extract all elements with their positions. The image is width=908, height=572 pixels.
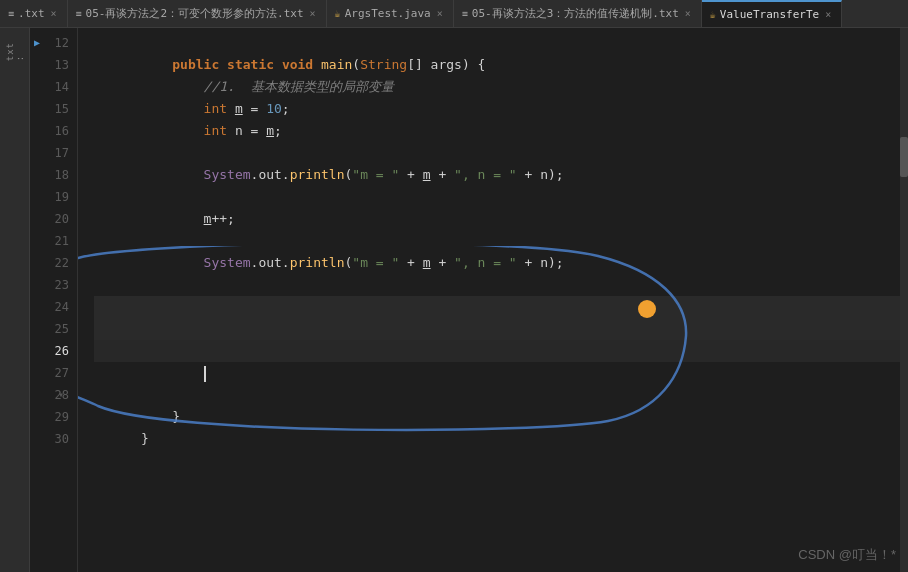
code-line-15: int n = m; [94,98,908,120]
code-line-25: int[] arr2 = arr1; [94,318,908,340]
code-line-20 [94,208,908,230]
line-num-26: 26 [30,340,77,362]
tab-label-argsmethod: 05-再谈方法之2：可变个数形参的方法.txt [86,6,304,21]
editor-container: txt: ▶ 12 13 14 15 16 17 18 19 20 21 22 … [0,28,908,572]
code-line-14: int m = 10; [94,76,908,98]
tab-icon-valuemethod: ≡ [462,8,468,19]
tab-label-argstest: ArgsTest.java [345,7,431,20]
line-num-22: 22 [30,252,77,274]
tab-icon-argstest: ☕ [335,8,341,19]
line-num-17: 17 [30,142,77,164]
line-num-18: 18 [30,164,77,186]
scroll-thumb[interactable] [900,137,908,177]
tab-argstest[interactable]: ☕ ArgsTest.java × [327,0,454,27]
line-num-14: 14 [30,76,77,98]
code-area[interactable]: public static void main(String[] args) {… [78,28,908,572]
tab-close-argsmethod[interactable]: × [308,8,318,19]
code-line-19: m++; [94,186,908,208]
code-line-17: System.out.println("m = " + m + ", n = "… [94,142,908,164]
code-line-24: int[] arr1 = new int[]{1,2,3,4,5}; [94,296,908,318]
tab-argsmethod[interactable]: ≡ 05-再谈方法之2：可变个数形参的方法.txt × [68,0,327,27]
line-num-16: 16 [30,120,77,142]
line-num-12: ▶ 12 [30,32,77,54]
code-line-26 [94,340,908,362]
line-num-21: 21 [30,230,77,252]
code-line-13: //1. 基本数据类型的局部变量 [94,54,908,76]
tab-close-valuemethod[interactable]: × [683,8,693,19]
line-num-30: 30 [30,428,77,450]
tab-close-txt[interactable]: × [49,8,59,19]
code-line-29: } [94,406,908,428]
code-line-22 [94,252,908,274]
code-line-23: //2. 引用数据类型的局部变量 [94,274,908,296]
tab-label-valuemethod: 05-再谈方法之3：方法的值传递机制.txt [472,6,679,21]
line-num-23: 23 [30,274,77,296]
left-panel-label: txt: [5,42,25,61]
tab-icon-argsmethod: ≡ [76,8,82,19]
fold-icon-28[interactable]: ▾ [58,384,64,406]
breakpoint-arrow-12: ▶ [34,32,40,54]
tab-close-argstest[interactable]: × [435,8,445,19]
line-num-28: 28 ▾ [30,384,77,406]
code-line-28: } [94,384,908,406]
tab-icon-valuetransfer: ☕ [710,9,716,20]
line-num-27: 27 [30,362,77,384]
line-gutter: ▶ 12 13 14 15 16 17 18 19 20 21 22 23 24… [30,28,78,572]
line-num-29: 29 [30,406,77,428]
code-line-27 [94,362,908,384]
left-panel: txt: [0,28,30,572]
tab-txt[interactable]: ≡ .txt × [0,0,68,27]
tab-bar: ≡ .txt × ≡ 05-再谈方法之2：可变个数形参的方法.txt × ☕ A… [0,0,908,28]
line-num-19: 19 [30,186,77,208]
tab-close-valuetransfer[interactable]: × [823,9,833,20]
code-line-30 [94,428,908,450]
code-line-12: public static void main(String[] args) { [94,32,908,54]
tab-valuetransfer[interactable]: ☕ ValueTransferTe × [702,0,842,27]
code-line-18 [94,164,908,186]
watermark: CSDN @叮当！* [798,546,896,564]
line-num-13: 13 [30,54,77,76]
code-line-21: System.out.println("m = " + m + ", n = "… [94,230,908,252]
line-num-24: 24 [30,296,77,318]
tab-label-txt: .txt [18,7,45,20]
line-num-20: 20 [30,208,77,230]
code-line-16 [94,120,908,142]
scroll-bar[interactable] [900,28,908,572]
tab-icon-txt: ≡ [8,8,14,19]
tab-valuemethod[interactable]: ≡ 05-再谈方法之3：方法的值传递机制.txt × [454,0,702,27]
line-num-15: 15 [30,98,77,120]
line-num-25: 25 [30,318,77,340]
tab-label-valuetransfer: ValueTransferTe [720,8,819,21]
